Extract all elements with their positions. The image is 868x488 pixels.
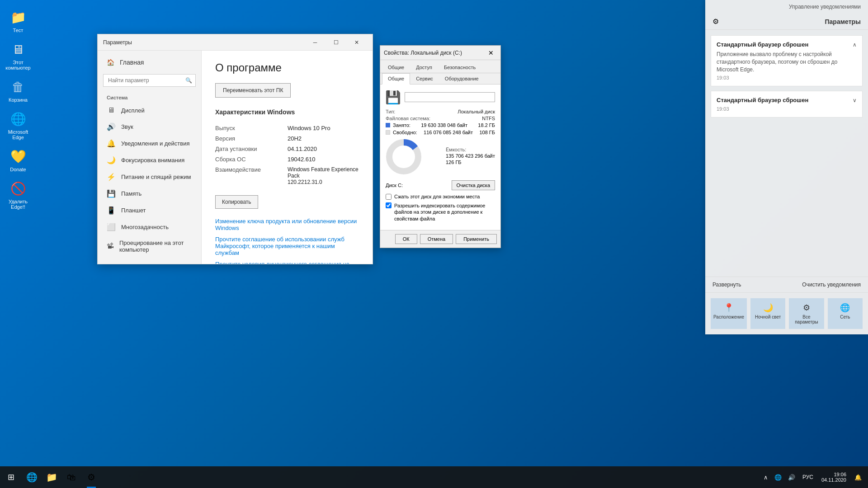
sidebar-item-label: Многозадачность <box>121 224 169 230</box>
donate-icon: 💛 <box>9 147 27 165</box>
tab-service[interactable]: Сервис <box>410 73 439 84</box>
close-button[interactable]: ✕ <box>346 34 367 51</box>
taskbar-item-explorer[interactable]: 📁 <box>42 466 61 488</box>
desktop-icon-delete-edge[interactable]: 🚫 Удалить Edge!! <box>0 176 36 213</box>
sidebar-item-label: Планшет <box>121 207 146 214</box>
notification-panel-title: Параметры <box>825 18 861 25</box>
copy-button[interactable]: Копировать <box>215 195 258 209</box>
rename-pc-button[interactable]: Переименовать этот ПК <box>215 83 291 98</box>
license-link[interactable]: Прочтите условия лицензионного соглашени… <box>215 261 359 264</box>
sidebar-item-memory[interactable]: 💾 Память <box>98 185 201 202</box>
notification-gear-icon: ⚙ <box>712 17 719 26</box>
product-key-link[interactable]: Изменение ключа продукта или обновление … <box>215 218 359 231</box>
notification-panel: Управление уведомлениями ⚙ Параметры Ста… <box>705 0 868 334</box>
folder-icon: 📁 <box>9 8 27 26</box>
index-checkbox-row: Разрешить индексировать содержимое файло… <box>386 202 495 222</box>
disk-clean-button[interactable]: Очистка диска <box>452 180 495 190</box>
sidebar-item-sound[interactable]: 🔊 Звук <box>98 118 201 135</box>
taskbar-system-icons: ∧ 🌐 🔊 <box>761 472 798 483</box>
nightlight-icon: 🌙 <box>763 303 773 313</box>
field-value: 19042.610 <box>288 156 315 163</box>
desktop-icon-test[interactable]: 📁 Тест <box>0 5 36 37</box>
sidebar-item-focus[interactable]: 🌙 Фокусировка внимания <box>98 152 201 169</box>
desktop-icon-donate[interactable]: 💛 Donate <box>0 144 36 176</box>
taskbar-clock[interactable]: 19:06 04.11.2020 <box>818 472 850 483</box>
recycle-icon: 🗑 <box>9 78 27 96</box>
disk-type-row: Тип: Локальный диск <box>386 109 495 114</box>
disk-type-label: Тип: <box>386 109 395 114</box>
notification-items: Стандартный браузер сброшен ∧ Приложение… <box>705 30 868 277</box>
tab-hardware[interactable]: Оборудование <box>439 73 485 84</box>
sidebar-item-home[interactable]: 🏠 Главная <box>98 54 201 70</box>
sidebar-search: 🔍 <box>103 74 196 87</box>
quick-btn-location[interactable]: 📍 Расположение <box>711 298 747 329</box>
start-button[interactable]: ⊞ <box>0 466 22 488</box>
disk-close-button[interactable]: ✕ <box>485 47 497 59</box>
settings-body: 🏠 Главная 🔍 Система 🖥 Дисплей 🔊 Звук <box>98 51 373 264</box>
tab-general[interactable]: Общие <box>382 73 410 84</box>
taskbar-arrow-icon[interactable]: ∧ <box>761 472 771 483</box>
language-indicator[interactable]: РУС <box>800 472 816 482</box>
capacity-gb: 126 ГБ <box>446 160 495 165</box>
sidebar-item-tablet[interactable]: 📱 Планшет <box>98 202 201 219</box>
volume-icon[interactable]: 🔊 <box>785 472 798 483</box>
notification-bell-icon[interactable]: 🔔 <box>852 472 864 483</box>
quick-btn-nightlight[interactable]: 🌙 Ночной свет <box>750 298 785 329</box>
sidebar-item-multitask[interactable]: ⬜ Многозадачность <box>98 219 201 235</box>
notif-chevron-1[interactable]: ∧ <box>853 42 857 48</box>
info-row-edition: Выпуск Windows 10 Pro <box>215 125 359 131</box>
sidebar-item-label: Память <box>121 190 142 197</box>
disk-name-clean-row: Диск С: Очистка диска <box>386 180 495 190</box>
info-row-experience: Взаимодействие Windows Feature Experienc… <box>215 166 359 185</box>
quick-btn-all-settings[interactable]: ⚙ Все параметры <box>789 298 824 329</box>
quick-btn-network[interactable]: 🌐 Сеть <box>828 298 863 329</box>
sidebar-item-display[interactable]: 🖥 Дисплей <box>98 102 201 118</box>
clear-notifications-link[interactable]: Очистить уведомления <box>802 282 861 288</box>
expand-link[interactable]: Развернуть <box>712 282 741 288</box>
notif-chevron-2[interactable]: ∨ <box>853 97 857 103</box>
field-label: Сборка ОС <box>215 156 288 163</box>
display-icon: 🖥 <box>107 106 116 114</box>
sidebar-item-notifications[interactable]: 🔔 Уведомления и действия <box>98 135 201 152</box>
disk-type-value: Локальный диск <box>458 109 495 114</box>
disk-ok-button[interactable]: ОК <box>395 234 417 244</box>
search-input[interactable] <box>103 74 196 87</box>
disk-header-row: 💾 <box>386 90 495 104</box>
disk-apply-button[interactable]: Применить <box>456 234 497 244</box>
manage-notifications-link[interactable]: Управление уведомлениями <box>705 0 868 10</box>
tab-quota[interactable]: Безопасность <box>438 62 481 73</box>
taskbar-edge-icon: 🌐 <box>26 472 38 483</box>
field-value: 04.11.2020 <box>288 145 317 152</box>
compress-label: Сжать этот диск для экономии места <box>394 194 480 199</box>
compress-checkbox[interactable] <box>386 194 392 200</box>
taskbar-item-settings[interactable]: ⚙ <box>81 466 101 488</box>
tab-security[interactable]: Доступ <box>410 62 438 73</box>
desktop-icon-label: Donate <box>10 167 26 172</box>
disk-tabs-2: Общие Сервис Оборудование <box>380 73 500 84</box>
sidebar-item-power[interactable]: ⚡ Питание и спящий режим <box>98 169 201 185</box>
index-checkbox[interactable] <box>386 202 392 208</box>
ms-agreement-link[interactable]: Прочтите соглашение об использовании слу… <box>215 236 359 256</box>
disk-name-input[interactable] <box>405 92 495 102</box>
notification-item-1: Стандартный браузер сброшен ∧ Приложение… <box>711 35 863 86</box>
sidebar-item-label: Проецирование на этот компьютер <box>119 239 192 253</box>
field-label: Взаимодействие <box>215 166 288 185</box>
index-label: Разрешить индексировать содержимое файло… <box>394 202 495 222</box>
taskbar-store-icon: 🛍 <box>67 472 76 483</box>
notif-text-1: Приложение вызвало проблему с настройкой… <box>717 51 857 73</box>
minimize-button[interactable]: ─ <box>305 34 326 51</box>
taskbar-item-store[interactable]: 🛍 <box>61 466 81 488</box>
tab-access[interactable]: Общие <box>382 62 410 73</box>
search-icon: 🔍 <box>185 77 192 84</box>
desktop-icon-edge[interactable]: 🌐 Microsoft Edge <box>0 106 36 144</box>
sidebar-item-project[interactable]: 📽 Проецирование на этот компьютер <box>98 235 201 257</box>
taskbar-item-edge[interactable]: 🌐 <box>22 466 42 488</box>
desktop-icon-recycle[interactable]: 🗑 Корзина <box>0 74 36 106</box>
settings-window-title: Параметры <box>103 39 132 46</box>
network-status-icon[interactable]: 🌐 <box>772 472 784 483</box>
disk-drive-icon: 💾 <box>386 90 400 104</box>
disk-cancel-button[interactable]: Отмена <box>420 234 453 244</box>
maximize-button[interactable]: ☐ <box>326 34 346 51</box>
field-label: Выпуск <box>215 125 288 131</box>
desktop-icon-this-pc[interactable]: 🖥 Этот компьютер <box>0 37 36 74</box>
